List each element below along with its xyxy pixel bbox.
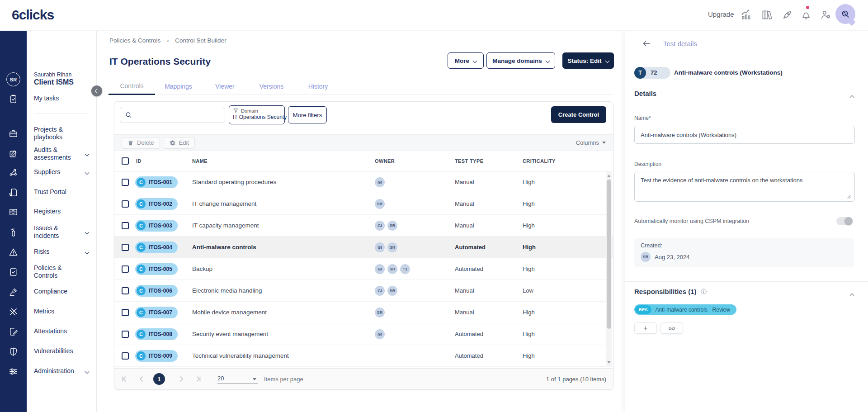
last-page-button[interactable] <box>195 375 202 383</box>
table-row-itos-009[interactable]: CITOS-009Technical vulnerability managem… <box>114 345 613 367</box>
collapse-responsibilities-button[interactable] <box>850 291 854 299</box>
sidebar-item-vulnerabilities[interactable]: Vulnerabilities <box>0 341 97 361</box>
edit-button[interactable]: Edit <box>164 137 195 149</box>
create-control-button[interactable]: Create Control <box>551 106 606 123</box>
sidebar-item-trust-portal[interactable]: Trust Portal <box>0 182 97 202</box>
sidebar-item-my-tasks[interactable]: My tasks <box>0 89 97 109</box>
control-name[interactable]: Security event management <box>192 331 268 337</box>
breadcrumb-control-set-builder[interactable]: Control Set Builder <box>175 37 226 44</box>
tab-controls[interactable]: Controls <box>108 78 155 95</box>
row-checkbox[interactable] <box>122 287 129 294</box>
6clicks-logo: 6clicks <box>12 7 54 23</box>
column-header-id[interactable]: ID <box>136 158 142 164</box>
row-checkbox[interactable] <box>122 179 129 186</box>
sidebar-item-projects-playbooks[interactable]: Projects & playbooks <box>0 123 97 143</box>
column-header-owner[interactable]: OWNER <box>375 158 395 164</box>
status-edit-button[interactable]: Status: Edit <box>562 52 614 69</box>
select-all-checkbox[interactable] <box>122 157 129 165</box>
user-name: Saurabh Rihan <box>34 71 74 78</box>
columns-button[interactable]: Columns <box>576 139 606 146</box>
table-row-itos-005[interactable]: CITOS-005BackupGISR+1AutomatedHigh <box>114 258 613 280</box>
user-block[interactable]: Saurabh Rihan Client ISMS <box>34 71 74 86</box>
add-responsibility-button[interactable]: + <box>634 322 657 334</box>
sidebar-item-suppliers[interactable]: Suppliers <box>0 162 97 182</box>
sidebar-item-registers[interactable]: Registers <box>0 202 97 222</box>
table-row-itos-001[interactable]: CITOS-001Standard operating proceduresGI… <box>114 171 613 193</box>
collapse-details-button[interactable] <box>850 93 854 101</box>
previous-page-button[interactable] <box>138 375 145 383</box>
resize-handle-icon[interactable] <box>846 194 851 199</box>
control-name[interactable]: Technical vulnerability management <box>192 352 289 359</box>
tab-history[interactable]: History <box>295 78 341 95</box>
row-checkbox[interactable] <box>122 309 129 316</box>
breadcrumb-policies-controls[interactable]: Policies & Controls <box>109 37 160 44</box>
scrollbar-thumb[interactable] <box>607 180 611 329</box>
table-row-itos-002[interactable]: CITOS-002IT change managementSRManualHig… <box>114 193 613 215</box>
analytics-icon[interactable] <box>741 9 752 21</box>
manage-domains-button[interactable]: Manage domains <box>486 52 555 69</box>
name-input[interactable] <box>634 126 855 144</box>
ai-assistant-button[interactable] <box>835 4 855 24</box>
column-header-criticality[interactable]: CRITICALITY <box>523 158 556 164</box>
column-header-test-type[interactable]: TEST TYPE <box>455 158 484 164</box>
table-row-itos-004[interactable]: CITOS-004Anti-malware controlsGISRAutoma… <box>114 237 613 258</box>
more-button[interactable]: More <box>448 52 484 69</box>
more-filters-button[interactable]: More filters <box>288 106 327 123</box>
sidebar-item-attestations[interactable]: Attestations <box>0 322 97 341</box>
row-checkbox[interactable] <box>122 352 129 360</box>
sidebar-item-metrics[interactable]: Metrics <box>0 302 97 322</box>
table-scrollbar[interactable] <box>606 172 612 366</box>
tab-mappings[interactable]: Mappings <box>155 78 202 95</box>
responsibility-chip[interactable]: RES Anti-malware controls - Review <box>634 304 736 315</box>
control-name[interactable]: IT change management <box>192 200 256 207</box>
description-textarea[interactable]: Test the evidence of anti-malware contro… <box>634 172 855 202</box>
control-name[interactable]: Anti-malware controls <box>192 244 256 251</box>
first-page-button[interactable] <box>121 375 128 383</box>
control-name[interactable]: Electronic media handling <box>192 287 262 294</box>
upgrade-link[interactable]: Upgrade <box>708 10 734 18</box>
row-checkbox[interactable] <box>122 331 129 338</box>
row-checkbox[interactable] <box>122 244 129 251</box>
user-settings-icon[interactable] <box>820 9 831 21</box>
search-input[interactable] <box>136 112 220 118</box>
info-icon[interactable] <box>700 288 707 295</box>
column-header-name[interactable]: NAME <box>192 158 208 164</box>
page-number-button[interactable]: 1 <box>153 373 165 385</box>
search-box[interactable] <box>120 107 225 123</box>
tab-viewer[interactable]: Viewer <box>202 78 248 95</box>
cspm-toggle[interactable] <box>836 217 853 225</box>
control-id-badge: CITOS-006 <box>135 285 178 297</box>
items-per-page-select[interactable]: 20 <box>217 375 258 384</box>
scroll-up-arrow[interactable] <box>607 175 611 177</box>
sidebar-item-audits-assessments[interactable]: Audits & assessments <box>0 144 97 164</box>
table-row-itos-006[interactable]: CITOS-006Electronic media handlingGISRMa… <box>114 280 613 302</box>
row-checkbox[interactable] <box>122 265 129 273</box>
scroll-down-arrow[interactable] <box>607 361 611 364</box>
control-name[interactable]: Standard operating procedures <box>192 179 276 185</box>
sidebar-collapse-button[interactable] <box>91 85 102 96</box>
back-arrow-button[interactable] <box>642 38 651 48</box>
table-row-itos-008[interactable]: CITOS-008Security event managementGIAuto… <box>114 323 613 345</box>
domain-filter-chip[interactable]: Domain IT Operations Security <box>229 105 285 124</box>
rocket-icon[interactable] <box>781 9 793 21</box>
delete-button[interactable]: Delete <box>122 137 160 149</box>
row-checkbox[interactable] <box>122 200 129 208</box>
control-name[interactable]: Backup <box>192 265 212 272</box>
control-name[interactable]: IT capacity management <box>192 222 259 229</box>
sidebar-item-policies-controls[interactable]: Policies & Controls <box>0 262 97 282</box>
sidebar-item-compliance[interactable]: Compliance <box>0 282 97 302</box>
table-row-itos-007[interactable]: CITOS-007Mobile device managementSRManua… <box>114 302 613 323</box>
next-page-button[interactable] <box>178 375 185 383</box>
library-icon[interactable] <box>761 9 773 21</box>
row-checkbox[interactable] <box>122 222 129 229</box>
sidebar-item-administration[interactable]: Administration <box>0 361 97 381</box>
notifications-icon[interactable] <box>800 9 812 21</box>
user-avatar[interactable]: SR <box>6 72 20 86</box>
tab-versions[interactable]: Versions <box>248 78 295 95</box>
attestations-icon <box>8 327 19 337</box>
sidebar-item-risks[interactable]: Risks <box>0 242 97 262</box>
table-row-itos-003[interactable]: CITOS-003IT capacity managementGISRManua… <box>114 215 613 237</box>
link-responsibility-button[interactable] <box>660 322 683 334</box>
control-name[interactable]: Mobile device management <box>192 309 267 316</box>
sidebar-item-issues-incidents[interactable]: Issues & incidents <box>0 222 97 242</box>
